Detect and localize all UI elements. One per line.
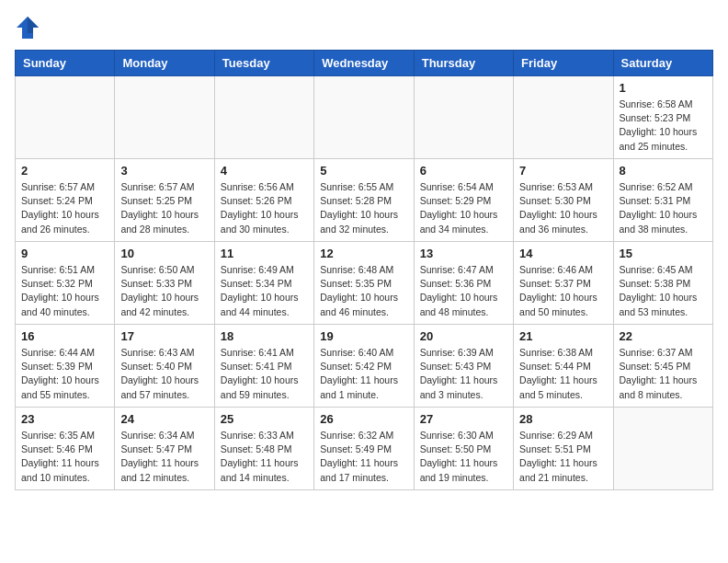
- calendar-cell: 16Sunrise: 6:44 AM Sunset: 5:39 PM Dayli…: [16, 325, 115, 408]
- day-info: Sunrise: 6:51 AM Sunset: 5:32 PM Dayligh…: [21, 263, 108, 319]
- day-number: 19: [320, 329, 407, 343]
- calendar-cell: 5Sunrise: 6:55 AM Sunset: 5:28 PM Daylig…: [314, 159, 414, 242]
- calendar-cell: [214, 76, 313, 159]
- day-info: Sunrise: 6:58 AM Sunset: 5:23 PM Dayligh…: [620, 98, 707, 154]
- day-info: Sunrise: 6:41 AM Sunset: 5:41 PM Dayligh…: [221, 346, 308, 402]
- calendar-cell: 21Sunrise: 6:38 AM Sunset: 5:44 PM Dayli…: [514, 325, 613, 408]
- day-number: 24: [120, 412, 208, 426]
- day-info: Sunrise: 6:37 AM Sunset: 5:45 PM Dayligh…: [620, 346, 707, 402]
- day-info: Sunrise: 6:52 AM Sunset: 5:31 PM Dayligh…: [620, 180, 707, 236]
- calendar-cell: 24Sunrise: 6:34 AM Sunset: 5:47 PM Dayli…: [115, 408, 214, 490]
- svg-marker-1: [28, 17, 39, 33]
- day-info: Sunrise: 6:50 AM Sunset: 5:33 PM Dayligh…: [120, 263, 208, 319]
- day-number: 1: [620, 81, 707, 95]
- day-info: Sunrise: 6:48 AM Sunset: 5:35 PM Dayligh…: [320, 263, 407, 319]
- calendar-cell: 27Sunrise: 6:30 AM Sunset: 5:50 PM Dayli…: [414, 408, 513, 490]
- column-header-monday: Monday: [115, 51, 214, 76]
- day-info: Sunrise: 6:29 AM Sunset: 5:51 PM Dayligh…: [519, 429, 607, 485]
- day-info: Sunrise: 6:47 AM Sunset: 5:36 PM Dayligh…: [420, 263, 507, 319]
- week-row-4: 16Sunrise: 6:44 AM Sunset: 5:39 PM Dayli…: [16, 325, 713, 408]
- column-header-saturday: Saturday: [613, 51, 712, 76]
- day-number: 14: [519, 247, 607, 260]
- day-info: Sunrise: 6:39 AM Sunset: 5:43 PM Dayligh…: [420, 346, 507, 402]
- day-number: 6: [420, 164, 507, 178]
- day-info: Sunrise: 6:46 AM Sunset: 5:37 PM Dayligh…: [519, 263, 607, 319]
- calendar-cell: 22Sunrise: 6:37 AM Sunset: 5:45 PM Dayli…: [613, 325, 712, 408]
- calendar-cell: 17Sunrise: 6:43 AM Sunset: 5:40 PM Dayli…: [115, 325, 214, 408]
- calendar-cell: 19Sunrise: 6:40 AM Sunset: 5:42 PM Dayli…: [314, 325, 414, 408]
- day-number: 11: [221, 247, 308, 260]
- page-header: [15, 15, 713, 40]
- day-info: Sunrise: 6:55 AM Sunset: 5:28 PM Dayligh…: [320, 180, 407, 236]
- day-info: Sunrise: 6:56 AM Sunset: 5:26 PM Dayligh…: [221, 180, 308, 236]
- day-number: 22: [620, 329, 707, 343]
- day-number: 16: [21, 329, 108, 343]
- week-row-3: 9Sunrise: 6:51 AM Sunset: 5:32 PM Daylig…: [16, 242, 713, 325]
- day-number: 26: [320, 412, 407, 426]
- day-number: 21: [519, 329, 607, 343]
- column-header-thursday: Thursday: [414, 51, 513, 76]
- calendar-cell: 25Sunrise: 6:33 AM Sunset: 5:48 PM Dayli…: [214, 408, 313, 490]
- calendar-cell: 15Sunrise: 6:45 AM Sunset: 5:38 PM Dayli…: [613, 242, 712, 325]
- day-info: Sunrise: 6:33 AM Sunset: 5:48 PM Dayligh…: [221, 429, 308, 485]
- calendar-table: SundayMondayTuesdayWednesdayThursdayFrid…: [15, 50, 713, 490]
- day-info: Sunrise: 6:32 AM Sunset: 5:49 PM Dayligh…: [320, 429, 407, 485]
- day-info: Sunrise: 6:44 AM Sunset: 5:39 PM Dayligh…: [21, 346, 108, 402]
- day-number: 12: [320, 247, 407, 260]
- calendar-cell: 8Sunrise: 6:52 AM Sunset: 5:31 PM Daylig…: [613, 159, 712, 242]
- calendar-cell: 4Sunrise: 6:56 AM Sunset: 5:26 PM Daylig…: [214, 159, 313, 242]
- day-info: Sunrise: 6:57 AM Sunset: 5:25 PM Dayligh…: [120, 180, 208, 236]
- day-number: 9: [21, 247, 108, 260]
- day-number: 18: [221, 329, 308, 343]
- calendar-cell: 13Sunrise: 6:47 AM Sunset: 5:36 PM Dayli…: [414, 242, 513, 325]
- calendar-cell: 2Sunrise: 6:57 AM Sunset: 5:24 PM Daylig…: [16, 159, 115, 242]
- calendar-cell: 18Sunrise: 6:41 AM Sunset: 5:41 PM Dayli…: [214, 325, 313, 408]
- logo-icon: [15, 15, 40, 40]
- calendar-cell: 10Sunrise: 6:50 AM Sunset: 5:33 PM Dayli…: [115, 242, 214, 325]
- day-number: 3: [120, 164, 208, 178]
- day-info: Sunrise: 6:43 AM Sunset: 5:40 PM Dayligh…: [120, 346, 208, 402]
- calendar-cell: 6Sunrise: 6:54 AM Sunset: 5:29 PM Daylig…: [414, 159, 513, 242]
- day-number: 7: [519, 164, 607, 178]
- calendar-cell: 14Sunrise: 6:46 AM Sunset: 5:37 PM Dayli…: [514, 242, 613, 325]
- day-info: Sunrise: 6:54 AM Sunset: 5:29 PM Dayligh…: [420, 180, 507, 236]
- day-number: 2: [21, 164, 108, 178]
- column-header-tuesday: Tuesday: [214, 51, 313, 76]
- calendar-cell: [613, 408, 712, 490]
- day-number: 15: [620, 247, 707, 260]
- calendar-cell: 3Sunrise: 6:57 AM Sunset: 5:25 PM Daylig…: [115, 159, 214, 242]
- column-header-wednesday: Wednesday: [314, 51, 414, 76]
- day-info: Sunrise: 6:40 AM Sunset: 5:42 PM Dayligh…: [320, 346, 407, 402]
- day-number: 23: [21, 412, 108, 426]
- calendar-cell: [115, 76, 214, 159]
- calendar-cell: 23Sunrise: 6:35 AM Sunset: 5:46 PM Dayli…: [16, 408, 115, 490]
- week-row-2: 2Sunrise: 6:57 AM Sunset: 5:24 PM Daylig…: [16, 159, 713, 242]
- calendar-cell: [16, 76, 115, 159]
- day-number: 17: [120, 329, 208, 343]
- day-info: Sunrise: 6:38 AM Sunset: 5:44 PM Dayligh…: [519, 346, 607, 402]
- calendar-cell: [514, 76, 613, 159]
- day-info: Sunrise: 6:53 AM Sunset: 5:30 PM Dayligh…: [519, 180, 607, 236]
- calendar-cell: 1Sunrise: 6:58 AM Sunset: 5:23 PM Daylig…: [613, 76, 712, 159]
- day-info: Sunrise: 6:49 AM Sunset: 5:34 PM Dayligh…: [221, 263, 308, 319]
- calendar-cell: 9Sunrise: 6:51 AM Sunset: 5:32 PM Daylig…: [16, 242, 115, 325]
- day-number: 13: [420, 247, 507, 260]
- calendar-header-row: SundayMondayTuesdayWednesdayThursdayFrid…: [16, 51, 713, 76]
- day-info: Sunrise: 6:35 AM Sunset: 5:46 PM Dayligh…: [21, 429, 108, 485]
- calendar-cell: 11Sunrise: 6:49 AM Sunset: 5:34 PM Dayli…: [214, 242, 313, 325]
- day-info: Sunrise: 6:45 AM Sunset: 5:38 PM Dayligh…: [620, 263, 707, 319]
- column-header-sunday: Sunday: [16, 51, 115, 76]
- day-info: Sunrise: 6:57 AM Sunset: 5:24 PM Dayligh…: [21, 180, 108, 236]
- day-number: 4: [221, 164, 308, 178]
- calendar-cell: 12Sunrise: 6:48 AM Sunset: 5:35 PM Dayli…: [314, 242, 414, 325]
- calendar-cell: 28Sunrise: 6:29 AM Sunset: 5:51 PM Dayli…: [514, 408, 613, 490]
- day-info: Sunrise: 6:34 AM Sunset: 5:47 PM Dayligh…: [120, 429, 208, 485]
- day-number: 20: [420, 329, 507, 343]
- logo: [15, 15, 44, 40]
- calendar-cell: 20Sunrise: 6:39 AM Sunset: 5:43 PM Dayli…: [414, 325, 513, 408]
- calendar-cell: 7Sunrise: 6:53 AM Sunset: 5:30 PM Daylig…: [514, 159, 613, 242]
- day-number: 25: [221, 412, 308, 426]
- day-number: 10: [120, 247, 208, 260]
- calendar-cell: 26Sunrise: 6:32 AM Sunset: 5:49 PM Dayli…: [314, 408, 414, 490]
- week-row-1: 1Sunrise: 6:58 AM Sunset: 5:23 PM Daylig…: [16, 76, 713, 159]
